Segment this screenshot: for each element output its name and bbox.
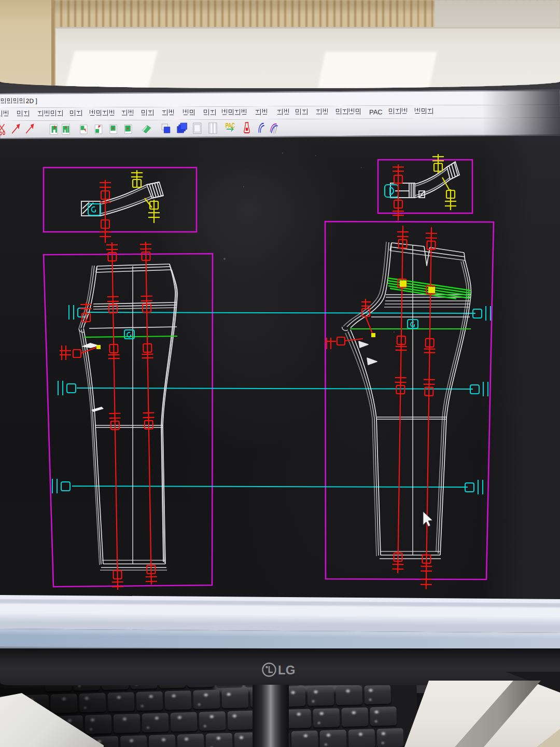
svg-text:PAC: PAC xyxy=(226,121,235,129)
svg-text:LG: LG xyxy=(278,663,295,677)
